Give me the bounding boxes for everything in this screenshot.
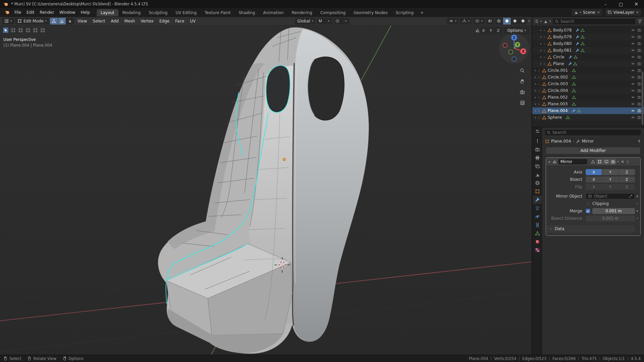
proportional-edit-toggle[interactable] <box>334 18 342 24</box>
outliner-row[interactable]: ›Circle.002 <box>532 74 644 81</box>
disable-render-icon[interactable] <box>637 42 641 46</box>
tab-constraints[interactable] <box>533 221 542 229</box>
face-select-mode-button[interactable] <box>66 18 74 24</box>
minimize-button[interactable]: – <box>598 0 613 8</box>
material-shading-button[interactable] <box>511 18 519 24</box>
disclosure-icon[interactable]: › <box>543 49 546 52</box>
outliner-row[interactable]: ›Body.081 <box>532 47 644 54</box>
shading-settings-dropdown[interactable]: ▾ <box>528 20 530 22</box>
disable-render-icon[interactable] <box>637 75 641 79</box>
outliner-row[interactable]: ›Plane <box>532 60 644 67</box>
menu-edge[interactable]: Edge <box>157 18 172 24</box>
workspace-tab-modeling[interactable]: Modeling <box>118 9 145 16</box>
gizmos-dropdown[interactable]: ▾ <box>460 18 472 24</box>
viewport-3d-scene[interactable] <box>0 25 532 355</box>
workspace-tab-compositing[interactable]: Compositing <box>316 9 349 16</box>
add-workspace-button[interactable]: + <box>417 9 426 16</box>
camera-view-button[interactable] <box>518 88 526 96</box>
tab-material[interactable] <box>533 238 542 246</box>
disclosure-icon[interactable]: › <box>537 109 541 113</box>
navigation-gizmo[interactable]: Z X Y <box>498 32 530 64</box>
close-button[interactable]: × <box>629 0 644 8</box>
solid-shading-button[interactable] <box>503 18 511 24</box>
outliner-row[interactable]: ›Body.079 <box>532 34 644 40</box>
animate-dot[interactable] <box>637 218 638 219</box>
disable-render-icon[interactable] <box>637 28 641 32</box>
select-mode-subtract-button[interactable] <box>25 27 31 33</box>
disable-render-icon[interactable] <box>637 35 641 39</box>
tab-tool[interactable] <box>533 137 542 145</box>
flip-y-toggle[interactable]: Y <box>602 184 618 190</box>
breadcrumb-object[interactable]: Plane.004 <box>551 139 571 144</box>
tab-modifiers[interactable] <box>533 196 542 204</box>
bisect-distance-field[interactable]: 0.001 m <box>586 215 635 221</box>
outliner-row[interactable]: ›Sphere <box>532 114 644 121</box>
workspace-tab-rendering[interactable]: Rendering <box>288 9 316 16</box>
workspace-tab-sculpting[interactable]: Sculpting <box>145 9 171 16</box>
outliner-row[interactable]: ›Circle.001 <box>532 67 644 74</box>
outliner-row[interactable]: ›Circle <box>532 54 644 60</box>
disclosure-icon[interactable]: › <box>537 116 541 119</box>
hide-viewport-icon[interactable] <box>631 95 635 99</box>
animate-dot[interactable] <box>637 196 638 197</box>
animate-dot[interactable] <box>637 203 638 204</box>
bisect-z-toggle[interactable]: Z <box>619 176 635 183</box>
outliner-search-input[interactable] <box>560 19 634 24</box>
clipping-checkbox[interactable] <box>586 201 590 206</box>
properties-editor-type-button[interactable] <box>535 129 540 134</box>
disable-render-icon[interactable] <box>637 48 641 52</box>
properties-search[interactable] <box>544 129 641 136</box>
select-mode-intersect-button[interactable] <box>40 27 46 33</box>
tab-physics[interactable] <box>533 212 542 221</box>
hide-viewport-icon[interactable] <box>631 82 635 86</box>
disclosure-icon[interactable]: › <box>543 42 546 46</box>
z-axis-negative-handle[interactable] <box>512 57 516 61</box>
snap-settings-dropdown[interactable]: ▾ <box>325 18 333 24</box>
hide-viewport-icon[interactable] <box>631 62 635 66</box>
disclosure-icon[interactable]: › <box>543 29 546 32</box>
snap-toggle[interactable] <box>316 18 325 24</box>
menu-view[interactable]: View <box>75 18 89 24</box>
add-modifier-button[interactable]: Add Modifier <box>546 147 641 154</box>
viewlayer-selector[interactable]: ViewLayer × <box>605 9 641 16</box>
tab-texture[interactable] <box>533 246 542 254</box>
display-render-toggle[interactable] <box>610 159 616 165</box>
workspace-tab-layout[interactable]: Layout <box>97 9 118 16</box>
disable-render-icon[interactable] <box>637 55 641 59</box>
outliner-row[interactable]: ›Body.078 <box>532 27 644 34</box>
mirror-object-field[interactable]: Object <box>586 193 635 199</box>
collapse-panel-icon[interactable]: ▾ <box>548 160 551 164</box>
tab-world[interactable] <box>533 179 542 187</box>
select-mode-invert-button[interactable] <box>32 27 38 33</box>
hide-viewport-icon[interactable] <box>631 68 635 72</box>
select-mode-new-button[interactable] <box>10 27 16 33</box>
tab-object-data[interactable] <box>533 229 542 238</box>
hide-viewport-icon[interactable] <box>631 55 635 59</box>
disclosure-icon[interactable]: › <box>537 96 541 99</box>
data-subpanel-header[interactable]: › Data <box>547 225 635 232</box>
xray-toggle[interactable] <box>486 18 494 24</box>
tab-object[interactable] <box>533 187 542 196</box>
properties-search-input[interactable] <box>552 130 639 135</box>
axis-y-toggle[interactable]: Y <box>602 169 618 175</box>
zoom-button[interactable] <box>518 66 526 74</box>
viewport-canvas[interactable]: X Y Z Options ▾ User Perspective (1) Pla… <box>0 25 532 355</box>
hide-viewport-icon[interactable] <box>631 28 635 32</box>
disable-render-icon[interactable] <box>637 82 641 86</box>
modifier-name-field[interactable] <box>558 159 588 165</box>
menu-edit[interactable]: Edit <box>24 8 37 16</box>
workspace-tab-uv-editing[interactable]: UV Editing <box>171 9 201 16</box>
axis-z-toggle[interactable]: Z <box>619 169 635 175</box>
disable-render-icon[interactable] <box>637 115 641 119</box>
menu-vertex[interactable]: Vertex <box>138 18 156 24</box>
disclosure-icon[interactable]: › <box>537 89 541 93</box>
drag-handle-icon[interactable] <box>626 160 630 164</box>
disclosure-icon[interactable]: › <box>537 102 541 106</box>
menu-window[interactable]: Window <box>57 8 78 16</box>
tab-view-layer[interactable] <box>533 162 542 170</box>
outliner-row[interactable]: ›Body.080 <box>532 40 644 47</box>
transform-orientation-dropdown[interactable]: Global ▾ <box>295 18 315 24</box>
workspace-tab-shading[interactable]: Shading <box>235 9 259 16</box>
symmetry-y-toggle[interactable]: Y <box>488 28 494 34</box>
y-axis-negative-handle[interactable] <box>509 50 513 54</box>
